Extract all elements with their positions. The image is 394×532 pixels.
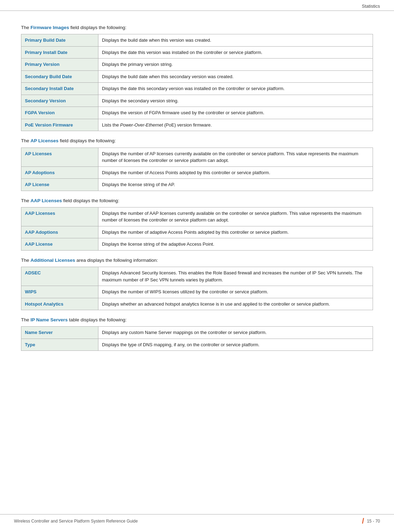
table-0: Primary Build DateDisplays the build dat… <box>21 34 373 131</box>
table-row: Secondary Install DateDisplays the date … <box>21 83 373 95</box>
table-row: Name ServerDisplays any custom Name Serv… <box>21 327 373 339</box>
table-cell-label-1-2: AP License <box>21 179 98 191</box>
italic-text: Power-Over-Ethernet <box>120 122 163 128</box>
intro-suffix-1: field displays the following: <box>58 138 116 143</box>
table-cell-label-0-5: Secondary Version <box>21 95 98 107</box>
table-cell-desc-1-0: Displays the number of AP licenses curre… <box>98 148 373 166</box>
table-cell-desc-3-0: Displays Advanced Security licenses. Thi… <box>98 267 373 286</box>
table-row: AAP LicensesDisplays the number of AAP l… <box>21 207 373 226</box>
table-cell-label-3-0: ADSEC <box>21 267 98 286</box>
section-intro-0: The Firmware Images field displays the f… <box>21 24 373 31</box>
table-cell-label-4-1: Type <box>21 339 98 351</box>
intro-highlight-3: Additional Licenses <box>30 258 75 263</box>
intro-suffix-0: field displays the following: <box>69 25 126 30</box>
table-cell-label-2-0: AAP Licenses <box>21 207 98 226</box>
intro-suffix-4: table displays the following: <box>68 317 126 322</box>
table-row: Primary Build DateDisplays the build dat… <box>21 34 373 47</box>
table-cell-desc-3-1: Displays the number of WIPS licenses uti… <box>98 286 373 298</box>
table-row: AP AdoptionsDisplays the number of Acces… <box>21 166 373 179</box>
table-row: AAP LicenseDisplays the license string o… <box>21 238 373 251</box>
table-row: AP LicenseDisplays the license string of… <box>21 179 373 191</box>
section-intro-2: The AAP Licenses field displays the foll… <box>21 197 373 204</box>
table-cell-label-2-1: AAP Adoptions <box>21 226 98 238</box>
table-cell-desc-0-0: Displays the build date when this versio… <box>98 34 373 47</box>
intro-highlight-2: AAP Licenses <box>30 198 62 203</box>
intro-prefix-4: The <box>21 317 30 322</box>
table-cell-desc-1-2: Displays the license string of the AP. <box>98 179 373 191</box>
table-row: Primary VersionDisplays the primary vers… <box>21 59 373 71</box>
table-3: ADSECDisplays Advanced Security licenses… <box>21 267 373 310</box>
table-cell-label-3-1: WIPS <box>21 286 98 298</box>
table-cell-desc-1-1: Displays the number of Access Points ado… <box>98 166 373 179</box>
table-cell-desc-0-5: Displays the secondary version string. <box>98 95 373 107</box>
intro-prefix-3: The <box>21 258 30 263</box>
page-footer: Wireless Controller and Service Platform… <box>0 514 394 525</box>
table-row: PoE Version FirmwareLists the Power-Over… <box>21 119 373 131</box>
table-row: AAP AdoptionsDisplays the number of adap… <box>21 226 373 238</box>
table-row: ADSECDisplays Advanced Security licenses… <box>21 267 373 286</box>
table-row: Primary Install DateDisplays the date th… <box>21 46 373 59</box>
intro-highlight-1: AP Licenses <box>30 138 58 143</box>
intro-prefix-1: The <box>21 138 30 143</box>
intro-highlight-4: IP Name Servers <box>30 317 68 322</box>
table-cell-label-1-1: AP Adoptions <box>21 166 98 179</box>
table-2: AAP LicensesDisplays the number of AAP l… <box>21 207 373 251</box>
section-intro-3: The Additional Licenses area displays th… <box>21 257 373 264</box>
table-row: WIPSDisplays the number of WIPS licenses… <box>21 286 373 298</box>
table-4: Name ServerDisplays any custom Name Serv… <box>21 326 373 351</box>
intro-suffix-2: field displays the following: <box>62 198 119 203</box>
table-cell-desc-3-2: Displays whether an advanced hotspot ana… <box>98 298 373 310</box>
table-cell-desc-0-4: Displays the date this secondary version… <box>98 83 373 95</box>
table-cell-desc-2-1: Displays the number of adaptive Access P… <box>98 226 373 238</box>
table-cell-desc-0-7: Lists the Power-Over-Ethernet (PoE) vers… <box>98 119 373 131</box>
intro-highlight-0: Firmware Images <box>30 25 69 30</box>
table-cell-label-0-3: Secondary Build Date <box>21 70 98 83</box>
table-row: Hotspot AnalyticsDisplays whether an adv… <box>21 298 373 310</box>
footer-left-text: Wireless Controller and Service Platform… <box>14 519 138 524</box>
header-title: Statistics <box>362 4 380 9</box>
table-cell-label-0-1: Primary Install Date <box>21 46 98 59</box>
intro-prefix-2: The <box>21 198 30 203</box>
intro-prefix-0: The <box>21 25 30 30</box>
table-row: Secondary Build DateDisplays the build d… <box>21 70 373 83</box>
footer-page-number: 15 - 70 <box>367 519 380 524</box>
table-cell-desc-0-1: Displays the date this version was insta… <box>98 46 373 59</box>
table-cell-label-1-0: AP Licenses <box>21 148 98 166</box>
table-cell-desc-2-2: Displays the license string of the adapt… <box>98 238 373 251</box>
intro-suffix-3: area displays the following information: <box>75 258 158 263</box>
table-cell-label-0-0: Primary Build Date <box>21 34 98 47</box>
table-row: FGPA VersionDisplays the version of FGPA… <box>21 107 373 119</box>
footer-slash-icon: / <box>362 517 364 525</box>
table-cell-label-2-2: AAP License <box>21 238 98 251</box>
table-cell-label-4-0: Name Server <box>21 327 98 339</box>
table-cell-desc-0-2: Displays the primary version string. <box>98 59 373 71</box>
table-cell-label-0-2: Primary Version <box>21 59 98 71</box>
table-cell-desc-4-1: Displays the type of DNS mapping, if any… <box>98 339 373 351</box>
page-content: The Firmware Images field displays the f… <box>0 11 394 378</box>
table-cell-desc-0-3: Displays the build date when this second… <box>98 70 373 83</box>
table-1: AP LicensesDisplays the number of AP lic… <box>21 148 373 191</box>
section-intro-1: The AP Licenses field displays the follo… <box>21 137 373 144</box>
table-cell-label-3-2: Hotspot Analytics <box>21 298 98 310</box>
table-cell-desc-2-0: Displays the number of AAP licenses curr… <box>98 207 373 226</box>
table-cell-label-0-4: Secondary Install Date <box>21 83 98 95</box>
table-row: AP LicensesDisplays the number of AP lic… <box>21 148 373 166</box>
table-row: TypeDisplays the type of DNS mapping, if… <box>21 339 373 351</box>
section-intro-4: The IP Name Servers table displays the f… <box>21 316 373 323</box>
footer-right: / 15 - 70 <box>362 517 380 525</box>
page-header: Statistics <box>0 0 394 11</box>
table-cell-desc-0-6: Displays the version of FGPA firmware us… <box>98 107 373 119</box>
table-cell-desc-4-0: Displays any custom Name Server mappings… <box>98 327 373 339</box>
table-cell-label-0-6: FGPA Version <box>21 107 98 119</box>
table-cell-label-0-7: PoE Version Firmware <box>21 119 98 131</box>
table-row: Secondary VersionDisplays the secondary … <box>21 95 373 107</box>
